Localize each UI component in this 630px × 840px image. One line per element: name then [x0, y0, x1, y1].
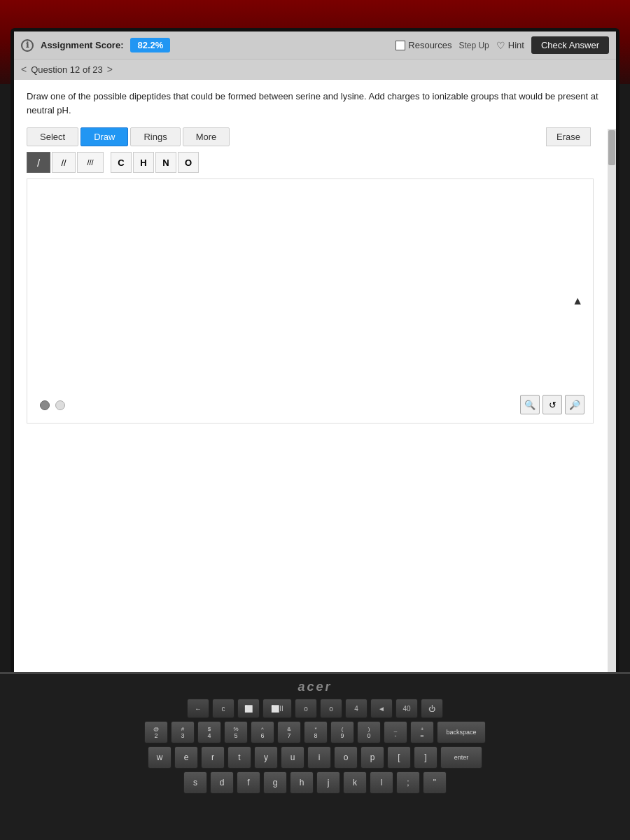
keyboard-number-row: @2 #3 $4 %5 ^6 &7 *8 (9 )0 _- += backspa… — [21, 721, 609, 743]
acer-logo: acer — [21, 680, 609, 694]
key-power[interactable]: ⏻ — [421, 699, 443, 718]
keyboard-home-row: s d f g h j k l ; " — [21, 771, 609, 794]
step-up-button[interactable]: Step Up — [458, 41, 489, 50]
rings-button[interactable]: Rings — [130, 127, 180, 146]
atom-n-button[interactable]: N — [155, 152, 176, 173]
key-t[interactable]: t — [227, 746, 251, 769]
key-i[interactable]: i — [307, 746, 331, 769]
key-d[interactable]: d — [210, 771, 234, 794]
check-answer-button[interactable]: Check Answer — [531, 36, 609, 54]
key-square[interactable]: ⬜ — [237, 699, 260, 718]
draw-button[interactable]: Draw — [80, 127, 128, 146]
zoom-out-icon: 🔎 — [569, 400, 580, 410]
key-dollar-4[interactable]: $4 — [197, 721, 221, 743]
key-quote[interactable]: " — [423, 771, 447, 794]
zoom-reset-button[interactable]: ↺ — [542, 395, 562, 414]
key-plus[interactable]: += — [410, 721, 434, 743]
zoom-in-icon: 🔍 — [524, 400, 536, 410]
key-s[interactable]: s — [183, 771, 207, 794]
main-content: Draw one of the possible dipeptides that… — [14, 80, 616, 682]
key-4[interactable]: 4 — [345, 699, 368, 718]
score-badge: 82.2% — [130, 38, 170, 52]
hint-icon: ♡ — [496, 40, 505, 51]
triple-bond-icon: /// — [87, 158, 93, 167]
draw-toolbar: Select Draw Rings More Erase — [27, 127, 603, 146]
key-hash-3[interactable]: #3 — [171, 721, 195, 743]
key-o2[interactable]: o — [320, 699, 342, 718]
question-text: Draw one of the possible dipeptides that… — [27, 90, 603, 118]
canvas-controls — [40, 400, 65, 410]
atom-o-button[interactable]: O — [178, 152, 199, 173]
info-icon: ℹ — [21, 39, 34, 52]
key-backspace[interactable]: backspace — [437, 721, 486, 743]
key-caret-6[interactable]: ^6 — [251, 721, 274, 743]
nav-prev-arrow[interactable]: < — [21, 64, 27, 75]
key-at-2[interactable]: @2 — [144, 721, 168, 743]
select-button[interactable]: Select — [27, 127, 78, 146]
key-o1[interactable]: o — [295, 699, 317, 718]
draw-canvas[interactable]: 🔍 ↺ 🔎 ▲ — [27, 178, 594, 424]
atom-h-button[interactable]: H — [133, 152, 154, 173]
key-y[interactable]: y — [254, 746, 278, 769]
more-button[interactable]: More — [183, 127, 230, 146]
single-bond-active-button[interactable]: / — [27, 152, 50, 173]
keyboard-qwerty-row: w e r t y u i o p [ ] enter — [21, 746, 609, 769]
key-paren-9[interactable]: (9 — [330, 721, 354, 743]
key-j[interactable]: j — [316, 771, 340, 794]
scrollbar[interactable] — [608, 129, 616, 682]
cursor-indicator: ▲ — [572, 295, 583, 307]
key-r[interactable]: r — [201, 746, 225, 769]
zoom-in-button[interactable]: 🔍 — [520, 395, 540, 414]
key-k[interactable]: k — [343, 771, 367, 794]
key-arrow-left[interactable]: ← — [187, 699, 209, 718]
key-enter[interactable]: enter — [440, 746, 482, 769]
nav-next-arrow[interactable]: > — [107, 64, 113, 75]
single-bond-icon: / — [37, 157, 40, 169]
zoom-controls: 🔍 ↺ 🔎 — [520, 395, 584, 414]
key-star-8[interactable]: *8 — [304, 721, 328, 743]
triple-bond-button[interactable]: /// — [77, 152, 104, 173]
key-o[interactable]: o — [334, 746, 358, 769]
key-multiscreen[interactable]: ⬜II — [262, 699, 292, 718]
scrollbar-thumb[interactable] — [608, 130, 615, 165]
canvas-ctrl-empty[interactable] — [55, 400, 65, 410]
question-counter: Question 12 of 23 — [31, 64, 103, 75]
toolbar: ℹ Assignment Score: 82.2% Resources Step… — [14, 31, 616, 59]
key-vol[interactable]: 40 — [396, 699, 418, 718]
double-bond-button[interactable]: // — [52, 152, 76, 173]
key-colon[interactable]: ; — [396, 771, 420, 794]
atom-c-button[interactable]: C — [111, 152, 132, 173]
resources-icon — [396, 41, 405, 50]
resources-button[interactable]: Resources — [396, 40, 451, 50]
erase-button[interactable]: Erase — [546, 127, 591, 146]
zoom-reset-icon: ↺ — [549, 400, 556, 410]
key-back-media[interactable]: ◄ — [370, 699, 393, 718]
key-g[interactable]: g — [263, 771, 287, 794]
bond-tools-row: / // /// C H N O — [27, 152, 603, 173]
key-u[interactable]: u — [281, 746, 304, 769]
zoom-out-button[interactable]: 🔎 — [565, 395, 584, 414]
double-bond-icon: // — [61, 158, 66, 168]
hint-button[interactable]: ♡ Hint — [496, 40, 524, 51]
key-c[interactable]: c — [212, 699, 234, 718]
key-underscore[interactable]: _- — [384, 721, 407, 743]
key-percent-5[interactable]: %5 — [224, 721, 248, 743]
question-nav: < Question 12 of 23 > — [14, 59, 616, 80]
canvas-ctrl-filled[interactable] — [40, 400, 50, 410]
key-amp-7[interactable]: &7 — [277, 721, 301, 743]
key-lbracket[interactable]: [ — [387, 746, 411, 769]
key-e[interactable]: e — [174, 746, 198, 769]
assignment-score-label: Assignment Score: — [41, 40, 123, 50]
key-rbracket[interactable]: ] — [414, 746, 438, 769]
key-l[interactable]: l — [370, 771, 393, 794]
key-p[interactable]: p — [360, 746, 384, 769]
keyboard-fn-row: ← c ⬜ ⬜II o o 4 ◄ 40 ⏻ — [21, 699, 609, 718]
key-h[interactable]: h — [290, 771, 314, 794]
key-f[interactable]: f — [237, 771, 260, 794]
key-w[interactable]: w — [148, 746, 172, 769]
key-paren-0[interactable]: )0 — [357, 721, 381, 743]
